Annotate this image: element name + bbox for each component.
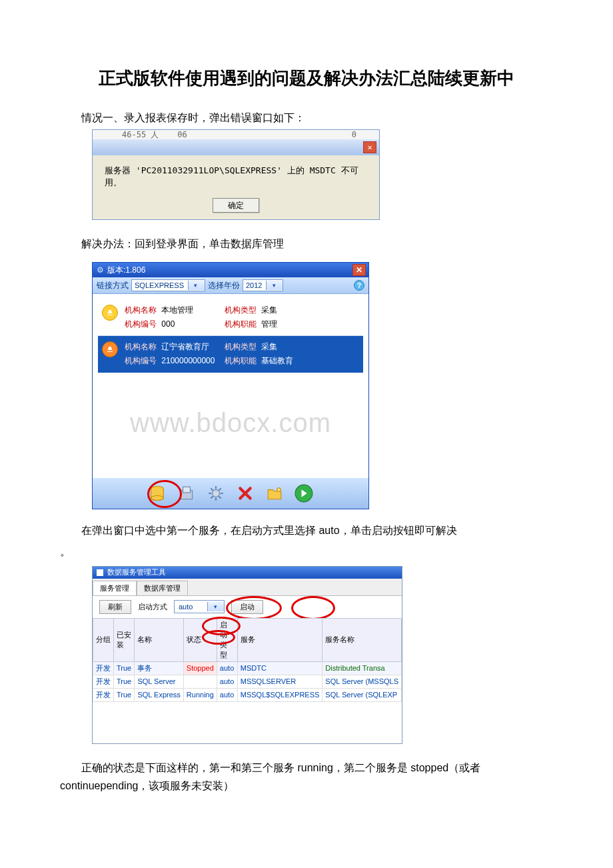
link-mode-value: SQLEXPRESS <box>132 281 188 289</box>
highlight-circle <box>147 480 182 508</box>
chevron-down-icon: ▾ <box>266 281 283 290</box>
type-value: 采集 <box>259 305 277 315</box>
col-service-name[interactable]: 服务名称 <box>322 618 402 661</box>
code-label: 机构编号 <box>125 356 157 365</box>
name-label: 机构名称 <box>125 305 157 315</box>
chevron-down-icon: ▾ <box>188 281 205 290</box>
type-value: 采集 <box>259 342 277 351</box>
delete-icon[interactable] <box>235 483 255 503</box>
page-title: 正式版软件使用遇到的问题及解决办法汇总陆续更新中 <box>60 67 553 90</box>
tab-service-mgmt[interactable]: 服务管理 <box>93 581 137 595</box>
settings-icon[interactable] <box>206 483 226 503</box>
app-icon <box>97 569 103 576</box>
role-value: 基础教育 <box>259 356 293 365</box>
svg-rect-3 <box>183 487 191 493</box>
start-mode-dropdown[interactable]: auto ▾ <box>174 600 225 613</box>
services-table: 分组 已安装 名称 状态 启动类型 服务 服务名称 开发 True 事务 Sto… <box>93 618 402 702</box>
org-row[interactable]: 机构名称 本地管理 机构类型 采集 机构编号 000 机构职能 管理 <box>98 299 363 336</box>
col-installed[interactable]: 已安装 <box>114 618 135 661</box>
org-icon <box>102 305 118 321</box>
err-top-b: 06 <box>177 130 187 139</box>
folder-icon[interactable] <box>265 483 285 503</box>
services-title: 数据服务管理工具 <box>107 567 166 577</box>
link-mode-label: 链接方式 <box>97 280 129 291</box>
name-value: 本地管理 <box>159 305 193 315</box>
start-mode-label: 启动方式 <box>138 602 167 612</box>
final-text: 正确的状态是下面这样的，第一和第三个服务 running，第二个服务是 stop… <box>60 759 553 795</box>
col-service[interactable]: 服务 <box>237 618 322 661</box>
year-dropdown[interactable]: 2012 ▾ <box>243 279 283 291</box>
role-label: 机构职能 <box>225 319 257 329</box>
link-mode-dropdown[interactable]: SQLEXPRESS ▾ <box>131 279 205 291</box>
name-value: 辽宁省教育厅 <box>159 342 209 351</box>
type-label: 机构类型 <box>225 342 257 351</box>
name-label: 机构名称 <box>125 342 157 351</box>
start-mode-value: auto <box>175 603 207 611</box>
help-icon[interactable]: ? <box>354 280 364 291</box>
svg-point-4 <box>213 490 220 497</box>
year-value: 2012 <box>243 281 266 289</box>
highlight-circle <box>291 596 335 620</box>
intro-text: 情况一、录入报表保存时，弹出错误窗口如下： <box>60 109 553 127</box>
close-icon[interactable]: ✕ <box>352 264 366 276</box>
role-label: 机构职能 <box>225 356 257 365</box>
org-row-selected[interactable]: 机构名称 辽宁省教育厅 机构类型 采集 机构编号 210000000000 机构… <box>98 336 363 373</box>
login-window: ⚙ 版本:1.806 ✕ 链接方式 SQLEXPRESS ▾ 选择年份 2012… <box>92 262 369 509</box>
col-group[interactable]: 分组 <box>93 618 114 661</box>
watermark: www.bdocx.com <box>130 408 331 438</box>
role-value: 管理 <box>259 319 277 329</box>
solution-text: 解决办法：回到登录界面，单击数据库管理 <box>60 235 553 253</box>
table-row[interactable]: 开发 True SQL Server auto MSSQLSERVER SQL … <box>93 675 402 688</box>
step2-text: 在弹出窗口中选中第一个服务，在启动方式里选择 auto，单击启动按钮即可解决 <box>60 521 553 539</box>
step2-period: 。 <box>60 543 553 561</box>
tab-db-mgmt[interactable]: 数据库管理 <box>137 581 188 595</box>
year-label: 选择年份 <box>208 280 240 291</box>
chevron-down-icon: ▾ <box>207 602 224 611</box>
error-message: 服务器 'PC2011032911LOP\SQLEXPRESS' 上的 MSDT… <box>105 165 367 189</box>
svg-point-5 <box>277 488 281 491</box>
err-top-c: 0 <box>352 130 356 139</box>
col-name[interactable]: 名称 <box>135 618 183 661</box>
org-icon <box>102 341 118 357</box>
error-dialog: 46-55 人 06 0 ✕ 服务器 'PC2011032911LOP\SQLE… <box>92 129 380 220</box>
ok-button[interactable]: 确定 <box>213 198 259 213</box>
login-title: 版本:1.806 <box>107 265 145 276</box>
table-row[interactable]: 开发 True SQL Express Running auto MSSQL$S… <box>93 688 402 701</box>
code-value: 210000000000 <box>159 356 215 365</box>
highlight-circle <box>226 596 282 620</box>
refresh-button[interactable]: 刷新 <box>99 600 131 614</box>
table-row[interactable]: 开发 True 事务 Stopped auto MSDTC Distribute… <box>93 661 402 675</box>
gear-icon: ⚙ <box>95 265 105 275</box>
highlight-circle <box>202 630 235 645</box>
next-icon[interactable] <box>294 483 314 503</box>
type-label: 机构类型 <box>225 305 257 315</box>
code-value: 000 <box>159 319 175 329</box>
code-label: 机构编号 <box>125 319 157 329</box>
close-icon[interactable]: ✕ <box>363 141 376 153</box>
err-top-a: 46-55 人 <box>122 129 159 141</box>
services-window: 数据服务管理工具 服务管理 数据库管理 刷新 启动方式 auto ▾ 启动 分组… <box>92 566 402 744</box>
